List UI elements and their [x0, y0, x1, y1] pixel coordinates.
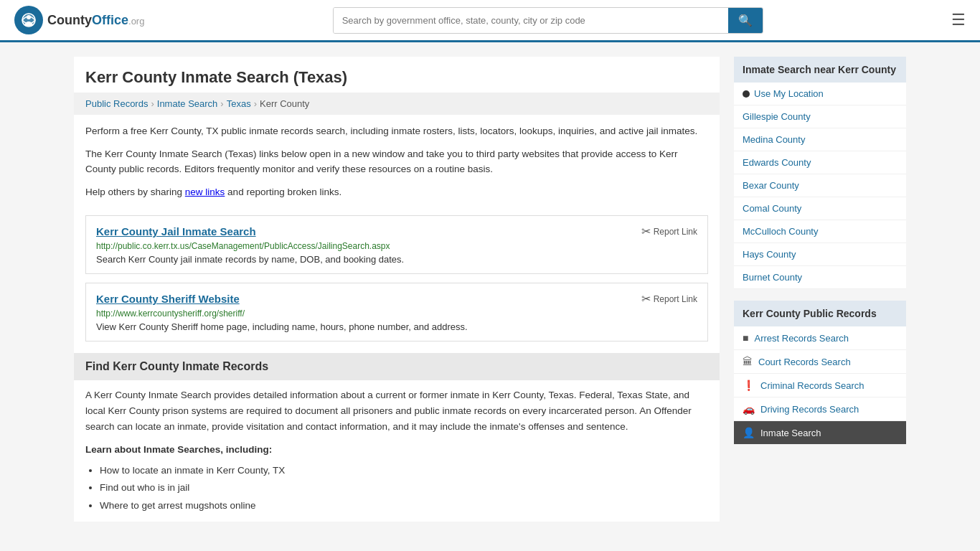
search-box: 🔍 — [333, 7, 763, 34]
use-my-location[interactable]: Use My Location — [734, 83, 906, 105]
record-inmate[interactable]: 👤 Inmate Search — [734, 421, 906, 445]
nearby-mcculloch[interactable]: McCulloch County — [734, 220, 906, 243]
report-label-1: Report Link — [654, 227, 697, 237]
description-3: Help others by sharing new links and rep… — [74, 184, 720, 207]
record-driving[interactable]: 🚗 Driving Records Search — [734, 397, 906, 421]
learn-label: Learn about Inmate Searches, including: — [74, 441, 720, 458]
record-arrest[interactable]: ■ Arrest Records Search — [734, 326, 906, 350]
logo[interactable]: CountyOffice.org — [14, 6, 144, 34]
use-location-link[interactable]: Use My Location — [754, 88, 824, 99]
link-card-2-desc: View Kerr County Sheriff home page, incl… — [96, 321, 697, 332]
learn-list-item-3: Where to get arrest mugshots online — [100, 497, 708, 514]
nearby-burnet[interactable]: Burnet County — [734, 266, 906, 289]
link-card-2-url[interactable]: http://www.kerrcountysheriff.org/sheriff… — [96, 309, 697, 319]
find-records-text: A Kerr County Inmate Search provides det… — [74, 380, 720, 441]
nearby-title: Inmate Search near Kerr County — [734, 57, 906, 83]
public-records-section: Kerr County Public Records ■ Arrest Reco… — [734, 301, 906, 445]
breadcrumb-sep-2: › — [220, 98, 223, 109]
inmate-icon: 👤 — [743, 427, 755, 438]
criminal-icon: ❗ — [743, 380, 755, 391]
nearby-comal[interactable]: Comal County — [734, 197, 906, 220]
breadcrumb-kerr-county: Kerr County — [260, 98, 309, 109]
learn-list-item-2: Find out who is in jail — [100, 479, 708, 496]
description-2: The Kerr County Inmate Search (Texas) li… — [74, 146, 720, 184]
logo-text: CountyOffice.org — [47, 13, 144, 28]
court-icon: 🏛 — [743, 356, 753, 367]
breadcrumb-sep-1: › — [151, 98, 154, 109]
nearby-section: Inmate Search near Kerr County Use My Lo… — [734, 57, 906, 289]
new-links-link[interactable]: new links — [185, 187, 225, 197]
public-records-title: Kerr County Public Records — [734, 301, 906, 326]
report-label-2: Report Link — [654, 294, 697, 304]
search-icon: 🔍 — [738, 14, 753, 27]
learn-list: How to locate an inmate in Kerr County, … — [74, 458, 720, 522]
report-icon-1: ✂ — [641, 225, 651, 238]
report-link-1[interactable]: ✂ Report Link — [641, 225, 697, 238]
link-card-1-url[interactable]: http://public.co.kerr.tx.us/CaseManageme… — [96, 241, 697, 251]
sidebar: Inmate Search near Kerr County Use My Lo… — [734, 57, 906, 522]
link-card-2: Kerr County Sheriff Website ✂ Report Lin… — [85, 283, 708, 342]
site-header: CountyOffice.org 🔍 ☰ — [0, 0, 980, 42]
link-card-1: Kerr County Jail Inmate Search ✂ Report … — [85, 215, 708, 274]
location-icon — [743, 90, 750, 98]
find-records-header: Find Kerr County Inmate Records — [74, 353, 720, 380]
nearby-edwards[interactable]: Edwards County — [734, 151, 906, 174]
link-card-1-title[interactable]: Kerr County Jail Inmate Search — [96, 225, 256, 237]
report-link-2[interactable]: ✂ Report Link — [641, 292, 697, 306]
nearby-bexar[interactable]: Bexar County — [734, 174, 906, 197]
search-input[interactable] — [334, 8, 728, 33]
logo-icon — [14, 6, 43, 34]
report-icon-2: ✂ — [641, 292, 651, 306]
search-button[interactable]: 🔍 — [728, 8, 763, 33]
breadcrumb-public-records[interactable]: Public Records — [85, 98, 148, 109]
record-court[interactable]: 🏛 Court Records Search — [734, 350, 906, 374]
record-criminal[interactable]: ❗ Criminal Records Search — [734, 374, 906, 397]
link-card-2-header: Kerr County Sheriff Website ✂ Report Lin… — [96, 292, 697, 306]
breadcrumb: Public Records › Inmate Search › Texas ›… — [74, 93, 720, 115]
breadcrumb-inmate-search[interactable]: Inmate Search — [157, 98, 218, 109]
learn-list-item-1: How to locate an inmate in Kerr County, … — [100, 462, 708, 479]
menu-icon[interactable]: ☰ — [951, 11, 966, 29]
breadcrumb-texas[interactable]: Texas — [227, 98, 251, 109]
link-card-1-desc: Search Kerr County jail inmate records b… — [96, 254, 697, 265]
nearby-medina[interactable]: Medina County — [734, 128, 906, 151]
breadcrumb-sep-3: › — [254, 98, 257, 109]
driving-icon: 🚗 — [743, 403, 755, 415]
page-title: Kerr County Inmate Search (Texas) — [74, 57, 720, 93]
nearby-hays[interactable]: Hays County — [734, 243, 906, 266]
description-1: Perform a free Kerr County, TX public in… — [74, 123, 720, 146]
link-card-1-header: Kerr County Jail Inmate Search ✂ Report … — [96, 225, 697, 238]
header-right: ☰ — [951, 11, 966, 29]
link-card-2-title[interactable]: Kerr County Sheriff Website — [96, 293, 240, 305]
arrest-icon: ■ — [743, 332, 748, 344]
main-container: Kerr County Inmate Search (Texas) Public… — [60, 42, 920, 536]
search-area: 🔍 — [333, 7, 763, 34]
nearby-gillespie[interactable]: Gillespie County — [734, 105, 906, 128]
content-area: Kerr County Inmate Search (Texas) Public… — [74, 57, 720, 522]
